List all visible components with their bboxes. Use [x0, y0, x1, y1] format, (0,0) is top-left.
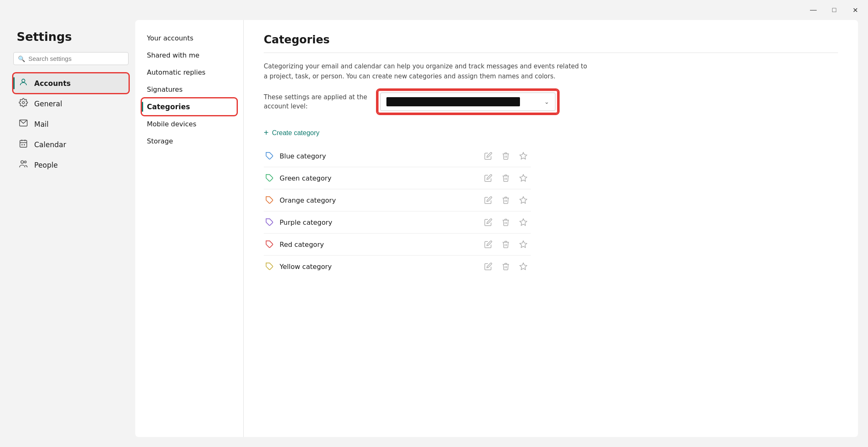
category-item-yellow: Yellow category: [264, 256, 531, 277]
close-button[interactable]: ✕: [845, 3, 865, 17]
sidebar-item-accounts[interactable]: Accounts: [13, 73, 129, 93]
app-window: Settings 🔍 Accounts General: [0, 20, 868, 447]
star-yellow-button[interactable]: [517, 261, 529, 272]
middle-nav-storage[interactable]: Storage: [142, 133, 237, 149]
people-icon: [18, 159, 28, 171]
middle-nav-signatures[interactable]: Signatures: [142, 81, 237, 98]
svg-point-0: [22, 79, 25, 82]
sidebar-label-calendar: Calendar: [34, 141, 66, 149]
category-label-blue: Blue category: [280, 152, 326, 160]
star-purple-button[interactable]: [517, 216, 529, 228]
category-item-purple: Purple category: [264, 211, 531, 234]
svg-point-9: [21, 161, 23, 163]
category-item-red: Red category: [264, 234, 531, 256]
delete-orange-button[interactable]: [500, 194, 512, 206]
edit-orange-button[interactable]: [482, 194, 494, 206]
gear-icon: [18, 98, 28, 109]
middle-nav-mobile-devices[interactable]: Mobile devices: [142, 116, 237, 132]
calendar-icon: [18, 139, 28, 150]
sidebar-label-people: People: [34, 161, 58, 169]
mail-icon: [18, 118, 28, 130]
sidebar-label-mail: Mail: [34, 120, 49, 128]
edit-purple-button[interactable]: [482, 216, 494, 228]
category-label-purple: Purple category: [280, 218, 332, 226]
tag-icon-blue: [265, 152, 274, 160]
middle-nav-categories[interactable]: Categories: [142, 98, 237, 115]
svg-rect-3: [20, 141, 27, 148]
main-content: Categories Categorizing your email and c…: [244, 20, 858, 437]
middle-nav-your-accounts[interactable]: Your accounts: [142, 30, 237, 46]
categories-description: Categorizing your email and calendar can…: [264, 61, 589, 81]
category-label-red: Red category: [280, 241, 324, 249]
search-icon: 🔍: [18, 55, 25, 62]
svg-marker-14: [520, 175, 527, 181]
account-dropdown[interactable]: ⌄: [380, 93, 555, 111]
sidebar-item-general[interactable]: General: [13, 94, 129, 113]
maximize-button[interactable]: □: [825, 3, 844, 17]
star-red-button[interactable]: [517, 239, 529, 250]
svg-marker-12: [520, 153, 527, 159]
star-green-button[interactable]: [517, 172, 529, 184]
svg-point-10: [24, 161, 26, 163]
minimize-button[interactable]: —: [804, 3, 823, 17]
svg-marker-20: [520, 241, 527, 248]
category-label-orange: Orange category: [280, 196, 336, 204]
tag-icon-red: [265, 240, 274, 249]
chevron-down-icon: ⌄: [544, 98, 549, 105]
delete-purple-button[interactable]: [500, 216, 512, 228]
sidebar-label-accounts: Accounts: [34, 79, 71, 88]
title-bar: — □ ✕: [0, 0, 868, 20]
middle-nav-shared-with-me[interactable]: Shared with me: [142, 47, 237, 63]
delete-yellow-button[interactable]: [500, 261, 512, 272]
delete-red-button[interactable]: [500, 239, 512, 250]
svg-rect-7: [21, 144, 23, 146]
sidebar-item-mail[interactable]: Mail: [13, 114, 129, 134]
account-dropdown-value: [386, 97, 520, 106]
category-label-yellow: Yellow category: [280, 263, 332, 271]
create-category-label: Create category: [272, 129, 320, 137]
svg-rect-8: [24, 144, 25, 146]
edit-yellow-button[interactable]: [482, 261, 494, 272]
tag-icon-yellow: [265, 262, 274, 271]
account-selector-row: These settings are applied at theaccount…: [264, 90, 838, 114]
category-item-blue: Blue category: [264, 145, 531, 167]
category-label-green: Green category: [280, 174, 331, 182]
tag-icon-orange: [265, 196, 274, 204]
svg-marker-18: [520, 219, 527, 226]
search-box[interactable]: 🔍: [13, 52, 129, 65]
edit-green-button[interactable]: [482, 172, 494, 184]
category-item-green: Green category: [264, 167, 531, 189]
delete-green-button[interactable]: [500, 172, 512, 184]
middle-panel: Your accounts Shared with me Automatic r…: [135, 20, 244, 437]
edit-red-button[interactable]: [482, 239, 494, 250]
category-list: Blue category: [264, 145, 531, 277]
account-selector-label: These settings are applied at theaccount…: [264, 93, 367, 111]
svg-marker-16: [520, 197, 527, 203]
sidebar-label-general: General: [34, 100, 62, 108]
middle-nav-automatic-replies[interactable]: Automatic replies: [142, 64, 237, 80]
delete-blue-button[interactable]: [500, 150, 512, 162]
search-input[interactable]: [28, 55, 124, 62]
create-category-button[interactable]: + Create category: [264, 126, 320, 140]
svg-marker-22: [520, 263, 527, 270]
account-dropdown-wrapper: ⌄: [377, 90, 558, 114]
star-blue-button[interactable]: [517, 150, 529, 162]
svg-point-1: [22, 101, 25, 104]
edit-blue-button[interactable]: [482, 150, 494, 162]
sidebar-item-calendar[interactable]: Calendar: [13, 135, 129, 154]
left-sidebar: Settings 🔍 Accounts General: [10, 20, 135, 437]
sidebar-item-people[interactable]: People: [13, 155, 129, 175]
tag-icon-green: [265, 174, 274, 182]
settings-title: Settings: [13, 30, 129, 44]
page-title: Categories: [264, 33, 838, 53]
plus-icon: +: [264, 128, 269, 138]
tag-icon-purple: [265, 218, 274, 226]
person-icon: [18, 78, 28, 89]
category-item-orange: Orange category: [264, 189, 531, 211]
star-orange-button[interactable]: [517, 194, 529, 206]
